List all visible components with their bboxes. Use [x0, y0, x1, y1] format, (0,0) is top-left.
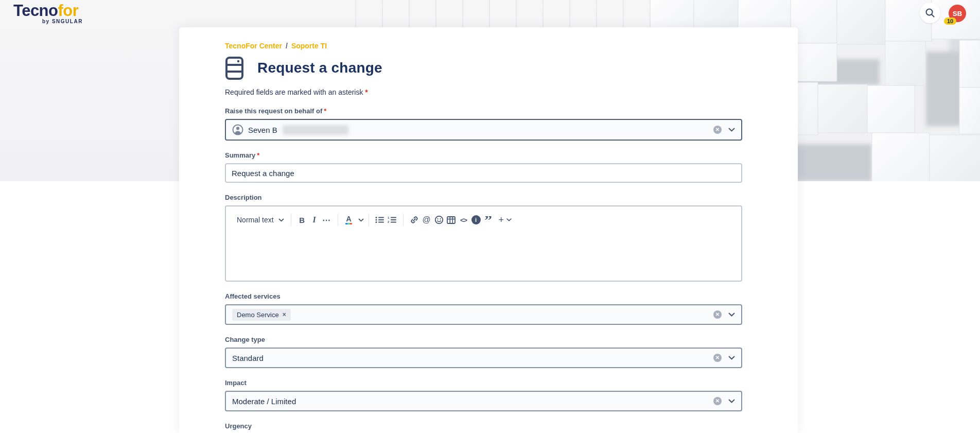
info-panel-icon[interactable]: i — [470, 213, 482, 227]
field-group-affected-services: Affected services Demo Service × ✕ — [225, 292, 742, 325]
toolbar-divider — [338, 214, 338, 226]
field-group-impact: Impact Moderate / Limited ✕ — [225, 379, 742, 411]
person-icon — [232, 124, 243, 135]
user-avatar-wrap: SB 10 — [949, 5, 966, 22]
breadcrumb-link-portal[interactable]: TecnoFor Center — [225, 42, 282, 50]
field-group-description: Description Normal text B I ⋯ — [225, 194, 742, 282]
toolbar-divider — [369, 214, 369, 226]
svg-text:1: 1 — [388, 216, 390, 219]
avatar-initials: SB — [953, 10, 962, 18]
impact-label: Impact — [225, 379, 742, 387]
logo-text-accent: for — [58, 2, 79, 20]
asterisk: * — [257, 151, 259, 159]
field-group-summary: Summary* — [225, 151, 742, 183]
toolbar-divider — [403, 214, 404, 226]
chevron-down-icon — [358, 218, 364, 222]
text-style-dropdown[interactable]: Normal text — [235, 216, 286, 224]
summary-label: Summary* — [225, 151, 742, 159]
color-bar — [345, 223, 352, 224]
service-chip-label: Demo Service — [237, 311, 279, 319]
insert-dropdown[interactable]: + — [499, 215, 512, 226]
asterisk: * — [365, 88, 367, 96]
text-color-icon: A — [346, 216, 352, 222]
clear-icon[interactable]: ✕ — [713, 310, 722, 319]
chevron-down-icon[interactable] — [728, 128, 735, 132]
bold-icon[interactable]: B — [296, 213, 308, 227]
redacted-text — [283, 125, 348, 135]
emoji-icon[interactable] — [433, 213, 445, 227]
logo-byline: by SNGULAR — [42, 19, 83, 24]
behalf-label: Raise this request on behalf of* — [225, 107, 742, 115]
behalf-value: Seven B — [248, 126, 277, 134]
impact-value: Moderate / Limited — [232, 397, 296, 406]
chevron-down-icon[interactable] — [728, 399, 735, 403]
page-title: Request a change — [257, 60, 382, 76]
svg-text:2: 2 — [388, 220, 390, 223]
description-label: Description — [225, 194, 742, 201]
notification-badge[interactable]: 10 — [944, 18, 956, 25]
description-editor[interactable]: Normal text B I ⋯ A — [225, 205, 742, 282]
change-type-select[interactable]: Standard ✕ — [225, 348, 742, 368]
bullet-list-icon[interactable] — [374, 213, 386, 227]
numbered-list-icon[interactable]: 12 — [386, 213, 398, 227]
chevron-down-icon[interactable] — [728, 356, 735, 360]
affected-services-label: Affected services — [225, 292, 742, 300]
breadcrumb: TecnoFor Center/Soporte TI — [225, 42, 742, 50]
breadcrumb-link-project[interactable]: Soporte TI — [291, 42, 327, 50]
search-icon — [924, 7, 936, 19]
change-request-icon — [225, 56, 244, 80]
required-fields-note: Required fields are marked with an aster… — [225, 88, 742, 96]
portal-page: Tecnofor by SNGULAR SB 10 TecnoFor Cente… — [0, 0, 980, 433]
mention-icon[interactable]: @ — [421, 213, 433, 227]
code-icon[interactable]: <> — [458, 213, 470, 227]
chip-remove-icon[interactable]: × — [283, 311, 286, 318]
request-form-card: TecnoFor Center/Soporte TI Request a cha… — [179, 27, 798, 433]
table-icon[interactable] — [445, 213, 458, 227]
editor-toolbar: Normal text B I ⋯ A — [226, 206, 741, 227]
change-type-label: Change type — [225, 336, 742, 343]
title-row: Request a change — [225, 56, 742, 80]
service-chip: Demo Service × — [232, 309, 291, 321]
chevron-down-icon[interactable] — [728, 313, 735, 317]
field-group-urgency: Urgency Low ✕ — [225, 422, 742, 433]
top-header: Tecnofor by SNGULAR SB 10 — [0, 0, 980, 29]
summary-input[interactable] — [225, 163, 742, 183]
affected-services-select[interactable]: Demo Service × ✕ — [225, 304, 742, 325]
field-group-behalf: Raise this request on behalf of* Seven B… — [225, 107, 742, 141]
text-color-dropdown[interactable]: A — [343, 213, 364, 227]
chevron-down-icon — [506, 218, 512, 221]
breadcrumb-separator: / — [286, 42, 288, 50]
clear-icon[interactable]: ✕ — [713, 397, 722, 405]
clear-icon[interactable]: ✕ — [713, 354, 722, 362]
more-formatting-icon[interactable]: ⋯ — [321, 213, 333, 227]
tecnofor-logo[interactable]: Tecnofor by SNGULAR — [13, 3, 83, 24]
field-group-change-type: Change type Standard ✕ — [225, 336, 742, 368]
urgency-label: Urgency — [225, 422, 742, 430]
italic-icon[interactable]: I — [308, 213, 321, 227]
impact-select[interactable]: Moderate / Limited ✕ — [225, 391, 742, 411]
search-button[interactable] — [920, 3, 940, 23]
link-icon[interactable] — [408, 213, 421, 227]
quote-icon[interactable]: ” — [482, 216, 495, 223]
clear-icon[interactable]: ✕ — [713, 126, 722, 134]
behalf-select[interactable]: Seven B ✕ — [225, 119, 742, 141]
toolbar-divider — [291, 214, 291, 226]
asterisk: * — [324, 107, 326, 115]
change-type-value: Standard — [232, 354, 264, 362]
plus-icon: + — [499, 215, 504, 226]
logo-text-primary: Tecno — [13, 2, 58, 20]
chevron-down-icon — [278, 218, 284, 222]
